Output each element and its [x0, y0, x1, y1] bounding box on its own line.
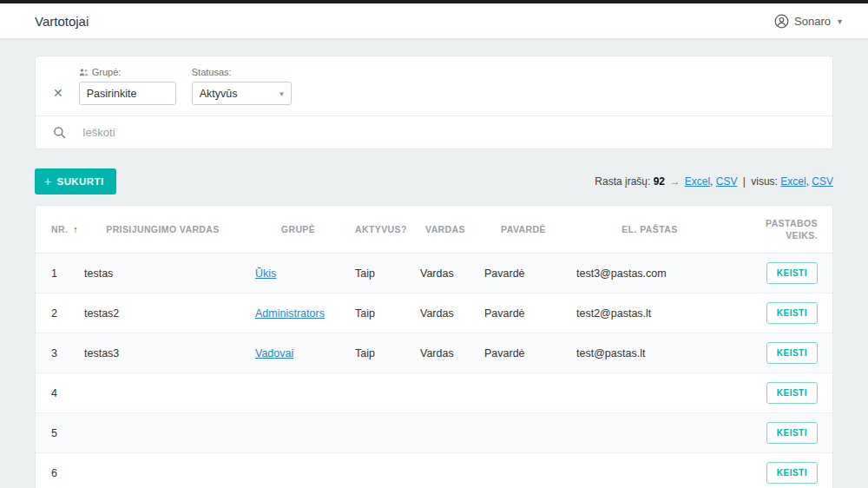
cell-surname: Pavardė: [477, 254, 569, 293]
table-body: 1 testas Ūkis Taip Vardas Pavardė test3@…: [36, 254, 832, 488]
comma: ,: [710, 175, 713, 188]
cell-nr: 1: [36, 254, 77, 293]
cell-surname: [477, 373, 569, 413]
caret-down-icon: ▾: [279, 89, 284, 98]
export-all-csv-link[interactable]: CSV: [812, 175, 833, 188]
cell-action: KEISTI: [730, 293, 832, 333]
cell-action: KEISTI: [730, 333, 832, 373]
cell-name: Vardas: [413, 254, 477, 293]
keisti-button[interactable]: KEISTI: [766, 302, 818, 324]
group-filter-label-text: Grupė:: [92, 67, 122, 77]
status-filter-label: Statusas:: [192, 67, 292, 77]
cell-name: [413, 413, 477, 453]
header-email: EL. PAŠTAS: [569, 206, 730, 254]
search-row: [36, 115, 832, 148]
cell-action: KEISTI: [730, 254, 832, 293]
cell-email: test2@pastas.lt: [569, 293, 730, 333]
export-all-excel-link[interactable]: Excel: [780, 175, 806, 188]
user-name: Sonaro: [794, 15, 831, 28]
sort-asc-icon[interactable]: ↑: [73, 224, 78, 234]
group-filter-label: Grupė:: [79, 67, 176, 77]
group-icon: [79, 68, 89, 76]
arrow-right-icon: →: [667, 175, 681, 188]
group-link[interactable]: Administrators: [255, 307, 325, 320]
keisti-button[interactable]: KEISTI: [766, 262, 818, 284]
clear-filters-icon[interactable]: ✕: [53, 86, 63, 100]
header-surname: PAVARDĖ: [477, 206, 569, 254]
cell-surname: [477, 453, 569, 488]
comma2: ,: [806, 175, 809, 188]
table-row: 5 KEISTI: [36, 413, 832, 453]
table-row: 6 KEISTI: [36, 453, 832, 488]
header-username: PRISIJUNGIMO VARDAS: [77, 206, 248, 254]
results-count: 92: [654, 175, 665, 188]
header-actions-line2: VEIKS.: [737, 229, 818, 241]
header-nr: NR.↑: [36, 206, 77, 254]
cell-group: [248, 413, 348, 453]
results-summary: Rasta įrašų: 92 → Excel, CSV | visus: Ex…: [595, 175, 833, 188]
results-label: Rasta įrašų:: [595, 175, 650, 188]
toolbar: + SUKURTI Rasta įrašų: 92 → Excel, CSV |…: [35, 168, 833, 195]
cell-active: Taip: [348, 293, 413, 333]
cell-username: testas2: [77, 293, 248, 333]
keisti-button[interactable]: KEISTI: [766, 422, 818, 444]
create-button[interactable]: + SUKURTI: [35, 168, 116, 195]
cell-active: Taip: [348, 254, 413, 293]
cell-username: [77, 373, 248, 413]
export-csv-link[interactable]: CSV: [716, 175, 738, 188]
cell-action: KEISTI: [730, 373, 832, 413]
status-select[interactable]: Aktyvūs ▾: [192, 82, 292, 105]
cell-group: [248, 373, 348, 413]
cell-name: Vardas: [413, 333, 477, 373]
chevron-down-icon: ▾: [838, 16, 842, 26]
group-select-input[interactable]: [79, 82, 176, 105]
user-menu[interactable]: Sonaro ▾: [774, 14, 842, 29]
header-bar: Vartotojai Sonaro ▾: [0, 3, 868, 38]
cell-email: [569, 413, 730, 453]
cell-action: KEISTI: [730, 413, 832, 453]
search-input[interactable]: [82, 126, 819, 139]
cell-surname: Pavardė: [477, 293, 569, 333]
search-icon: [53, 126, 66, 139]
cell-active: [348, 373, 413, 413]
group-filter: Grupė:: [79, 67, 176, 105]
cell-email: test3@pastas.com: [569, 254, 730, 293]
pipe-separator: |: [740, 175, 748, 188]
cell-name: [413, 373, 477, 413]
cell-username: [77, 413, 248, 453]
keisti-button[interactable]: KEISTI: [766, 462, 818, 484]
keisti-button[interactable]: KEISTI: [766, 382, 818, 404]
status-select-value: Aktyvūs: [200, 88, 238, 100]
cell-username: [77, 453, 248, 488]
cell-active: [348, 453, 413, 488]
group-link[interactable]: Ūkis: [255, 267, 276, 280]
filter-row: ✕ Grupė: Statusas: Aktyvūs ▾: [36, 56, 832, 115]
cell-email: [569, 373, 730, 413]
cell-username: testas3: [77, 333, 248, 373]
export-all-label: visus:: [751, 175, 778, 188]
filter-card: ✕ Grupė: Statusas: Aktyvūs ▾: [35, 56, 833, 149]
table-header-row: NR.↑ PRISIJUNGIMO VARDAS GRUPĖ AKTYVUS? …: [36, 206, 832, 254]
cell-nr: 4: [36, 373, 77, 413]
cell-nr: 2: [36, 293, 77, 333]
export-excel-link[interactable]: Excel: [685, 175, 710, 188]
header-name: VARDAS: [413, 206, 477, 254]
keisti-button[interactable]: KEISTI: [766, 342, 818, 364]
group-link[interactable]: Vadovai: [255, 347, 293, 359]
cell-group: Administrators: [248, 293, 348, 333]
table-row: 1 testas Ūkis Taip Vardas Pavardė test3@…: [36, 254, 832, 293]
table-row: 4 KEISTI: [36, 373, 832, 413]
cell-surname: [477, 413, 569, 453]
table-row: 3 testas3 Vadovai Taip Vardas Pavardė te…: [36, 333, 832, 373]
header-actions-line1: PASTABOS: [737, 217, 818, 229]
cell-email: test@pastas.lt: [569, 333, 730, 373]
cell-group: Vadovai: [248, 333, 348, 373]
create-button-label: SUKURTI: [57, 176, 104, 187]
users-table-card: NR.↑ PRISIJUNGIMO VARDAS GRUPĖ AKTYVUS? …: [35, 205, 833, 488]
user-icon: [774, 14, 789, 29]
cell-nr: 5: [36, 413, 77, 453]
table-row: 2 testas2 Administrators Taip Vardas Pav…: [36, 293, 832, 333]
page-title: Vartotojai: [35, 14, 89, 29]
cell-name: [413, 453, 477, 488]
header-group: GRUPĖ: [248, 206, 348, 254]
